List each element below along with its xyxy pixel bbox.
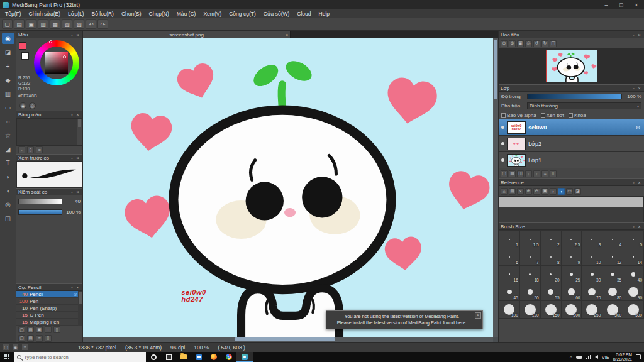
brush-size-cell[interactable]: 8	[541, 248, 561, 265]
brush-list-item[interactable]: 100 Pen	[16, 298, 82, 305]
snap-settings-icon[interactable]: ▧	[62, 19, 72, 29]
file-explorer-button[interactable]	[176, 352, 191, 362]
status-menu-icon[interactable]: ≡	[21, 344, 28, 351]
new-canvas-icon[interactable]: ▢	[2, 19, 13, 29]
brush-save-icon[interactable]: ▣	[36, 326, 43, 333]
panel-close-icon[interactable]: ×	[636, 33, 642, 37]
panel-float-icon[interactable]: ▫	[69, 190, 75, 194]
brush-list-item[interactable]: 40 Pencil ⊛	[16, 291, 82, 298]
layer-menu-icon[interactable]: ≡	[541, 170, 548, 177]
panel-close-icon[interactable]: ×	[75, 285, 80, 290]
brush-size-cell[interactable]: 25	[562, 266, 582, 283]
brush-settings-icon[interactable]: ⊛	[73, 292, 77, 297]
horizontal-scrollbar[interactable]	[83, 337, 493, 342]
medibang-taskbar-button[interactable]	[236, 352, 253, 362]
brush-size-cell[interactable]: 14	[623, 248, 643, 265]
hue-wheel-button[interactable]: ◉	[19, 102, 26, 109]
blend-mode-select[interactable]: Bình thường ▾	[527, 102, 641, 109]
open-file-icon[interactable]: ▤	[14, 19, 25, 29]
pen-tool[interactable]: ◢	[2, 143, 14, 155]
tab-close-icon[interactable]: ×	[286, 33, 288, 37]
layer-row[interactable]: ♥♥ Lớp2	[499, 136, 644, 152]
navigator-thumbnail[interactable]	[547, 50, 597, 82]
panel-close-icon[interactable]: ×	[75, 190, 80, 194]
brush-size-cell[interactable]: 10	[582, 248, 602, 265]
add-layer-icon[interactable]: ▢	[501, 170, 508, 177]
eraser-tool[interactable]: ◪	[2, 47, 14, 58]
panel-add-icon[interactable]: ▢	[18, 335, 25, 342]
layer-up-icon[interactable]: ↑	[533, 170, 540, 177]
action-center-icon[interactable]	[636, 354, 641, 359]
select-rect-tool[interactable]: ▭	[2, 102, 14, 113]
ref-zoom-out-icon[interactable]: ⊖	[533, 188, 540, 195]
brush-list-item[interactable]: 15 G Pen	[16, 312, 82, 319]
brush-size-cell[interactable]: 500	[623, 301, 643, 318]
panel-close-icon[interactable]: ×	[75, 33, 80, 37]
onedrive-icon[interactable]	[576, 356, 582, 359]
gradient-tool[interactable]: ▥	[2, 88, 14, 99]
status-select-icon[interactable]: ▢	[3, 344, 9, 351]
brush-size-cell[interactable]: 90	[623, 283, 643, 300]
delete-swatch-icon[interactable]: ▯	[27, 146, 34, 153]
brush-tool[interactable]: ◉	[2, 33, 14, 44]
cortana-button[interactable]	[146, 352, 161, 362]
menu-item[interactable]: Bộ lọc(R)	[88, 9, 118, 18]
canvas[interactable]: sei0w0 hd247 You are not using the lates…	[83, 38, 493, 337]
hand-tool[interactable]: ◖	[2, 185, 14, 196]
brush-size-cell[interactable]: 18	[520, 266, 540, 283]
menu-item[interactable]: Lớp(L)	[64, 9, 87, 18]
divide-tool[interactable]: ◫	[2, 212, 14, 224]
magic-wand-tool[interactable]: ☆	[2, 129, 14, 141]
brush-size-cell[interactable]: 120	[520, 301, 540, 318]
checkbox-icon[interactable]	[541, 113, 545, 118]
brush-size-cell[interactable]: 30	[582, 266, 602, 283]
brush-size-slider[interactable]	[18, 199, 62, 204]
add-brush-icon[interactable]: ▢	[18, 326, 25, 333]
menu-item[interactable]: Help	[315, 9, 333, 18]
rgb-slider-button[interactable]: ◎	[29, 102, 36, 109]
ref-close-icon[interactable]: ×	[517, 188, 524, 195]
pixel-grid-icon[interactable]: ▦	[50, 19, 60, 29]
brush-size-cell[interactable]: 12	[602, 248, 623, 265]
volume-icon[interactable]	[595, 355, 598, 359]
eyedropper-tool[interactable]: ◗	[2, 171, 14, 182]
panel-close-icon[interactable]: ×	[75, 112, 80, 117]
duplicate-layer-icon[interactable]: ◫	[517, 170, 524, 177]
task-view-button[interactable]	[161, 352, 176, 362]
background-color-swatch[interactable]	[21, 52, 29, 60]
palette-list[interactable]	[16, 118, 82, 146]
material-panel-icon[interactable]: ▨	[74, 19, 84, 29]
brush-size-cell[interactable]: 35	[602, 266, 623, 283]
hidden-icons-caret[interactable]: ^	[570, 354, 572, 360]
chrome-button[interactable]	[221, 352, 236, 362]
brush-list-item[interactable]: 15 Mapping Pen	[16, 319, 82, 326]
taskbar-search[interactable]	[14, 352, 146, 362]
notification-close-button[interactable]: ×	[475, 312, 481, 319]
brush-size-cell[interactable]: 5	[623, 231, 643, 248]
ref-eyedropper-icon[interactable]: ◗	[550, 188, 557, 195]
brush-size-cell[interactable]: 9	[562, 248, 582, 265]
panel-menu-icon[interactable]: ≡	[36, 335, 43, 342]
status-brush-icon[interactable]: ◉	[12, 344, 19, 351]
brush-list-scrollbar[interactable]	[78, 291, 82, 326]
store-button[interactable]	[191, 352, 206, 362]
ref-clip-icon[interactable]: ◪	[574, 188, 581, 195]
menu-item[interactable]: Chọn(S)	[118, 9, 145, 18]
menu-item[interactable]: Màu (C)	[173, 9, 200, 18]
menu-item[interactable]: Tệp(F)	[1, 9, 25, 18]
brush-size-cell[interactable]: 150	[541, 301, 561, 318]
menu-item[interactable]: Cloud	[293, 9, 314, 18]
checkbox-icon[interactable]	[569, 113, 573, 118]
nav-fit-icon[interactable]: ▣	[517, 40, 524, 47]
brush-folder-icon[interactable]: ▤	[27, 326, 34, 333]
brush-size-cell[interactable]: 3	[582, 231, 602, 248]
export-icon[interactable]: ▥	[38, 19, 48, 29]
foreground-color-swatch[interactable]	[19, 42, 26, 50]
brush-size-cell[interactable]: 70	[582, 283, 602, 300]
nav-rotate-left-icon[interactable]: ↺	[533, 40, 540, 47]
brush-size-cell[interactable]: 2.5	[562, 231, 582, 248]
layer-visibility-dot[interactable]	[501, 158, 504, 162]
search-input[interactable]	[24, 354, 146, 360]
nav-zoom-in-icon[interactable]: ⊕	[509, 40, 516, 47]
checkbox-icon[interactable]	[501, 113, 506, 118]
